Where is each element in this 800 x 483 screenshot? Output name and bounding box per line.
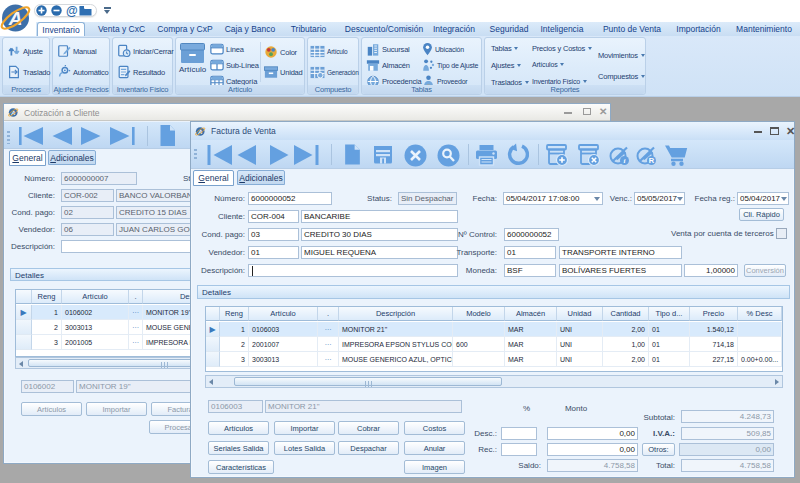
svg-text:R: R [649,156,655,165]
svg-text:i: i [624,157,626,165]
